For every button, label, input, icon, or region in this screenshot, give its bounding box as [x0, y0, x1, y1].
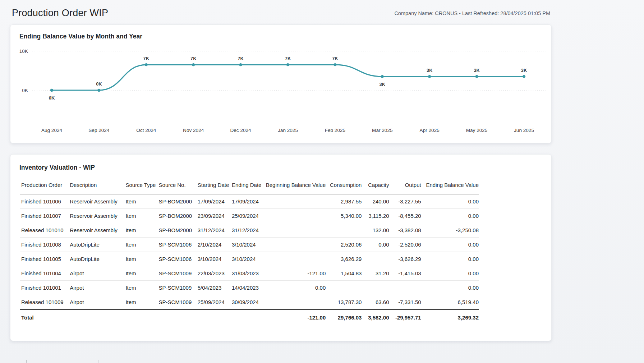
cell-description: Airpot [69, 281, 124, 295]
cell-description: Reservoir Assembly [69, 209, 124, 223]
cell-consumption: 5,340.00 [326, 209, 362, 223]
table-row[interactable]: Released 101010Reservoir AssemblyItemSP-… [20, 223, 479, 238]
cell-output: -3,626.29 [390, 252, 422, 266]
column-header-ending-date[interactable]: Ending Date [231, 176, 266, 194]
table-total-row[interactable]: Total-121.0029,766.033,582.00-29,957.713… [20, 309, 479, 325]
table-row[interactable]: Finished 101004AirpotItemSP-SCM100922/03… [20, 266, 479, 281]
data-point-marker[interactable] [334, 63, 336, 66]
table-row[interactable]: Finished 101007Reservoir AssemblyItemSP-… [20, 209, 479, 223]
column-header-ending-balance-value[interactable]: Ending Balance Value [422, 176, 479, 194]
column-header-capacity[interactable]: Capacity [362, 176, 389, 194]
table-row[interactable]: Finished 101008AutoDripLiteItemSP-SCM100… [20, 238, 479, 252]
line-chart[interactable]: 0K10KAug 20240KSep 20240KOct 20247KNov 2… [10, 25, 552, 144]
cell-ending-date: 3/10/2024 [231, 252, 266, 266]
cell-beginning-balance-value [266, 194, 326, 209]
cell-ending-date: 31/12/2024 [231, 223, 266, 238]
cell-ending-balance-value: 0.00 [422, 194, 479, 209]
table-header-row: Production OrderDescriptionSource TypeSo… [20, 176, 479, 194]
column-header-production-order[interactable]: Production Order [20, 176, 69, 194]
cell-source-type: Item [124, 281, 157, 295]
x-axis-tick-label: Dec 2024 [230, 128, 251, 133]
column-header-description[interactable]: Description [69, 176, 124, 194]
data-point-marker[interactable] [239, 63, 242, 66]
total-beginning-balance-value: -121.00 [266, 309, 326, 325]
cell-output: -3,382.08 [390, 223, 422, 238]
table-row[interactable]: Finished 101001AirpotItemSP-SCM10095/04/… [20, 281, 479, 295]
cell-production-order: Finished 101001 [20, 281, 69, 295]
cell-ending-balance-value: -3,250.08 [422, 223, 479, 238]
cell-consumption: 13,787.30 [326, 295, 362, 310]
cell-beginning-balance-value: -121.00 [266, 266, 326, 281]
cell-output: -2,520.06 [390, 238, 422, 252]
data-label: 7K [143, 56, 150, 61]
cell-capacity: 132.00 [362, 223, 389, 238]
report-page: { "header": { "title": "Production Order… [0, 0, 644, 363]
cell-ending-balance-value: 0.00 [422, 238, 479, 252]
column-header-source-type[interactable]: Source Type [124, 176, 157, 194]
total-ending-date [231, 309, 266, 325]
cell-ending-balance-value: 0.00 [422, 266, 479, 281]
cell-source-no: SP-BOM2000 [158, 223, 197, 238]
data-label: 7K [285, 56, 291, 61]
cell-production-order: Finished 101007 [20, 209, 69, 223]
cell-capacity: 31.20 [362, 266, 389, 281]
cell-ending-date: 31/03/2023 [231, 266, 266, 281]
cell-source-type: Item [124, 266, 157, 281]
column-header-beginning-balance-value[interactable]: Beginning Balance Value [266, 176, 326, 194]
cell-consumption: 2,520.06 [326, 238, 362, 252]
cell-ending-date: 25/09/2024 [231, 209, 266, 223]
data-point-marker[interactable] [192, 63, 195, 66]
data-label: 0K [96, 81, 102, 87]
cell-source-no: SP-SCM1009 [158, 295, 197, 310]
data-point-marker[interactable] [286, 63, 289, 66]
cell-consumption [326, 223, 362, 238]
cell-source-no: SP-BOM2000 [158, 194, 197, 209]
series-line [52, 65, 524, 90]
data-point-marker[interactable] [523, 75, 525, 78]
cell-production-order: Finished 101008 [20, 238, 69, 252]
cell-source-no: SP-SCM1009 [158, 266, 197, 281]
cell-source-type: Item [124, 209, 157, 223]
table-row[interactable]: Finished 101006Reservoir AssemblyItemSP-… [20, 194, 479, 209]
cell-starting-date: 23/09/2024 [197, 209, 231, 223]
cell-beginning-balance-value [266, 252, 326, 266]
page-title: Production Order WIP [12, 8, 108, 19]
total-output: -29,957.71 [390, 309, 422, 325]
cell-ending-date: 30/09/2024 [231, 295, 266, 310]
data-point-marker[interactable] [50, 89, 53, 92]
column-header-consumption[interactable]: Consumption [326, 176, 362, 194]
data-point-marker[interactable] [381, 75, 384, 78]
cell-source-type: Item [124, 194, 157, 209]
table-row[interactable]: Finished 101005AutoDripLiteItemSP-SCM100… [20, 252, 479, 266]
data-point-marker[interactable] [428, 75, 431, 78]
cell-source-type: Item [124, 238, 157, 252]
column-header-output[interactable]: Output [390, 176, 422, 194]
cell-description: AutoDripLite [69, 238, 124, 252]
cell-ending-balance-value: 0.00 [422, 252, 479, 266]
column-header-source-no[interactable]: Source No. [158, 176, 197, 194]
table-row[interactable]: Released 101009AirpotItemSP-SCM100925/09… [20, 295, 479, 310]
cell-description: AutoDripLite [69, 252, 124, 266]
data-point-marker[interactable] [145, 63, 148, 66]
cell-capacity: 0.00 [362, 238, 389, 252]
cell-consumption: 1,504.83 [326, 266, 362, 281]
cell-output: -8,455.20 [390, 209, 422, 223]
x-axis-tick-label: Nov 2024 [183, 128, 204, 133]
cell-source-type: Item [124, 295, 157, 310]
column-header-starting-date[interactable]: Starting Date [197, 176, 231, 194]
cell-starting-date: 5/04/2023 [197, 281, 231, 295]
inventory-table: Production OrderDescriptionSource TypeSo… [20, 176, 479, 325]
data-point-marker[interactable] [475, 75, 478, 78]
x-axis-tick-label: Sep 2024 [88, 128, 110, 133]
cell-description: Airpot [69, 266, 124, 281]
x-axis-tick-label: Mar 2025 [372, 128, 392, 133]
data-point-marker[interactable] [97, 89, 100, 92]
cell-description: Reservoir Assembly [69, 194, 124, 209]
cell-beginning-balance-value [266, 295, 326, 310]
cell-output: -1,415.03 [390, 266, 422, 281]
cell-production-order: Finished 101005 [20, 252, 69, 266]
y-axis-tick-label: 10K [19, 49, 28, 54]
data-label: 3K [380, 82, 386, 87]
cell-starting-date: 2/10/2024 [197, 238, 231, 252]
cell-source-type: Item [124, 223, 157, 238]
